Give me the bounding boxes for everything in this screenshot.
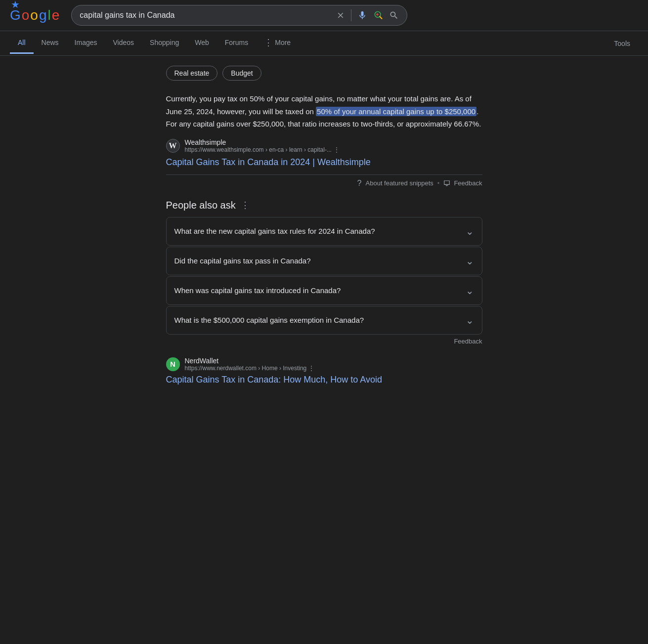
paa-item-1[interactable]: Did the capital gains tax pass in Canada…: [166, 247, 482, 275]
source-more-icon[interactable]: ⋮: [334, 146, 340, 153]
tab-all[interactable]: All: [10, 33, 34, 54]
snippet-highlight: 50% of your annual capital gains up to $…: [316, 107, 476, 116]
source-name: Wealthsimple: [185, 138, 482, 146]
paa-question-3: What is the $500,000 capital gains exemp…: [174, 316, 364, 324]
filter-chips: Real estate Budget: [166, 66, 482, 81]
tab-web[interactable]: Web: [187, 33, 217, 54]
tab-shopping[interactable]: Shopping: [142, 33, 187, 54]
chip-real-estate[interactable]: Real estate: [166, 66, 218, 81]
google-logo[interactable]: ★ G o o g l e: [10, 7, 59, 23]
clear-button[interactable]: [336, 11, 345, 20]
tab-news[interactable]: News: [34, 33, 67, 54]
lens-button[interactable]: [373, 10, 383, 20]
divider: [351, 9, 351, 21]
star-icon: ★: [11, 0, 20, 10]
tab-forums[interactable]: Forums: [217, 33, 256, 54]
paa-question-0: What are the new capital gains tax rules…: [174, 227, 375, 235]
chevron-down-icon-1: ⌄: [466, 255, 474, 267]
header: ★ G o o g l e: [0, 0, 648, 31]
wealthsimple-favicon: W: [166, 139, 180, 153]
search-input[interactable]: [80, 11, 331, 20]
paa-item-0[interactable]: What are the new capital gains tax rules…: [166, 217, 482, 246]
footer-separator: •: [437, 179, 440, 187]
logo-letter-o2: o: [30, 7, 38, 23]
chevron-down-icon-0: ⌄: [466, 225, 474, 237]
nerdwallet-result: N NerdWallet https://www.nerdwallet.com …: [166, 357, 482, 386]
nerdwallet-source-name: NerdWallet: [185, 357, 482, 365]
source-row: W Wealthsimple https://www.wealthsimple.…: [166, 138, 482, 153]
logo-letter-o1: o: [22, 7, 30, 23]
featured-snippet: Currently, you pay tax on 50% of your ca…: [166, 92, 482, 188]
paa-feedback-btn[interactable]: Feedback: [166, 338, 482, 345]
paa-title: People also ask: [166, 200, 236, 211]
voice-search-button[interactable]: [357, 10, 367, 20]
tab-videos[interactable]: Videos: [105, 33, 142, 54]
chevron-down-icon-2: ⌄: [466, 285, 474, 297]
about-snippets-btn[interactable]: About featured snippets: [366, 179, 433, 187]
snippet-footer: ? About featured snippets • Feedback: [166, 174, 482, 188]
main-content: Real estate Budget Currently, you pay ta…: [156, 56, 492, 408]
tab-more[interactable]: ⋮ More: [256, 31, 299, 55]
search-bar-icons: [336, 9, 399, 21]
logo-letter-l: l: [48, 7, 51, 23]
snippet-text: Currently, you pay tax on 50% of your ca…: [166, 92, 482, 130]
paa-question-1: Did the capital gains tax pass in Canada…: [174, 257, 311, 265]
search-button[interactable]: [389, 10, 399, 20]
nav-tabs: All News Images Videos Shopping Web Foru…: [0, 31, 648, 56]
source-info: Wealthsimple https://www.wealthsimple.co…: [185, 138, 482, 153]
source-url: https://www.wealthsimple.com › en-ca › l…: [185, 146, 482, 153]
nerdwallet-result-link[interactable]: Capital Gains Tax in Canada: How Much, H…: [166, 374, 482, 386]
paa-more-icon[interactable]: ⋮: [241, 200, 250, 211]
tools-button[interactable]: Tools: [606, 34, 638, 53]
tab-images[interactable]: Images: [67, 33, 105, 54]
paa-header: People also ask ⋮: [166, 200, 482, 211]
chevron-down-icon-3: ⌄: [466, 314, 474, 326]
paa-item-3[interactable]: What is the $500,000 capital gains exemp…: [166, 306, 482, 335]
nerdwallet-source-url: https://www.nerdwallet.com › Home › Inve…: [185, 365, 482, 372]
logo-letter-g2: g: [39, 7, 47, 23]
featured-result-link[interactable]: Capital Gains Tax in Canada in 2024 | We…: [166, 156, 482, 169]
nerdwallet-more-icon[interactable]: ⋮: [308, 365, 314, 372]
snippet-feedback-btn[interactable]: Feedback: [443, 179, 482, 187]
nerdwallet-source-row: N NerdWallet https://www.nerdwallet.com …: [166, 357, 482, 372]
paa-item-2[interactable]: When was capital gains tax introduced in…: [166, 276, 482, 305]
logo-letter-e: e: [52, 7, 60, 23]
nerdwallet-favicon: N: [166, 357, 180, 371]
question-icon: ?: [357, 179, 362, 188]
paa-question-2: When was capital gains tax introduced in…: [174, 286, 341, 295]
people-also-ask-section: People also ask ⋮ What are the new capit…: [166, 200, 482, 345]
chip-budget[interactable]: Budget: [222, 66, 261, 81]
search-bar: [71, 5, 407, 26]
nerdwallet-source-info: NerdWallet https://www.nerdwallet.com › …: [185, 357, 482, 372]
